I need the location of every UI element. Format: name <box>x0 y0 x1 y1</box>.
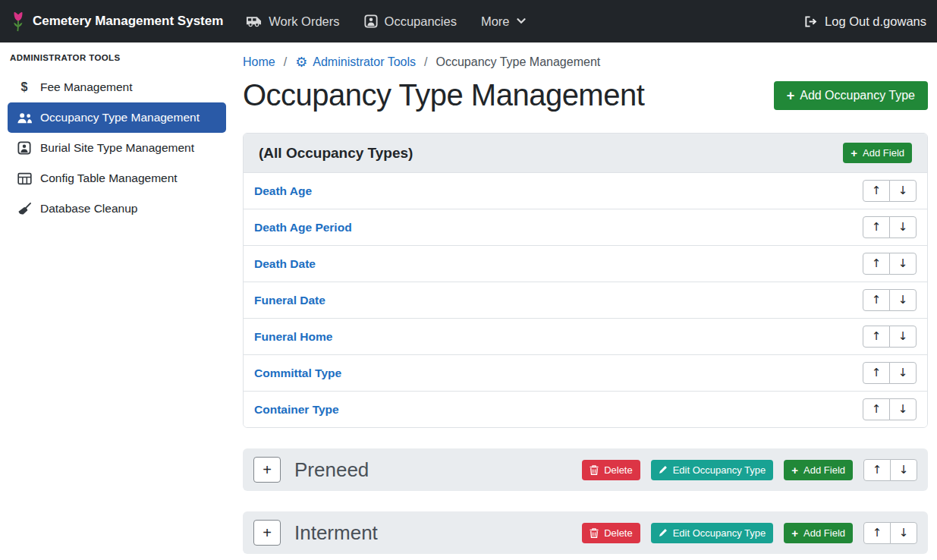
field-link[interactable]: Funeral Home <box>254 330 332 344</box>
field-link[interactable]: Funeral Date <box>254 294 325 307</box>
logout-icon <box>803 15 818 28</box>
add-field-label: Add Field <box>803 527 845 539</box>
sidebar-item-occupancy-type-management[interactable]: Occupancy Type Management <box>8 102 226 133</box>
delete-label: Delete <box>604 527 633 539</box>
dollar-icon: $ <box>16 80 33 94</box>
field-row: Death Date ↑ ↓ <box>244 245 927 282</box>
expand-section-button[interactable]: + <box>253 457 281 483</box>
add-field-button[interactable]: + Add Field <box>784 523 853 543</box>
broom-icon <box>16 202 33 216</box>
page-title: Occupancy Type Management <box>243 78 644 112</box>
delete-button[interactable]: Delete <box>582 523 640 543</box>
move-down-button[interactable]: ↓ <box>889 289 917 311</box>
move-up-button[interactable]: ↑ <box>863 459 891 481</box>
sidebar-item-label: Database Cleanup <box>40 202 137 216</box>
reorder-controls: ↑ ↓ <box>863 522 917 544</box>
field-link[interactable]: Death Date <box>254 257 316 271</box>
section-title: Preneed <box>294 458 369 482</box>
field-row: Committal Type ↑ ↓ <box>244 354 927 391</box>
move-up-button[interactable]: ↑ <box>863 326 890 348</box>
sidebar-item-database-cleanup[interactable]: Database Cleanup <box>8 193 226 224</box>
app-brand[interactable]: Cemetery Management System <box>11 11 223 32</box>
move-down-button[interactable]: ↓ <box>890 522 917 544</box>
logout-button[interactable]: Log Out d.gowans <box>803 14 926 29</box>
sidebar-heading: Administrator Tools <box>0 52 234 72</box>
add-field-button[interactable]: + Add Field <box>843 143 912 163</box>
breadcrumb-admin-tools-link[interactable]: ⚙ Administrator Tools <box>295 55 416 69</box>
field-row: Death Age Period ↑ ↓ <box>244 209 927 245</box>
pencil-icon <box>659 528 668 537</box>
flower-icon <box>11 11 26 32</box>
move-down-button[interactable]: ↓ <box>889 216 917 238</box>
breadcrumb-current: Occupancy Type Management <box>436 55 601 69</box>
nav-occupancies[interactable]: Occupancies <box>364 14 457 29</box>
breadcrumb-home-link[interactable]: Home <box>243 55 275 69</box>
breadcrumb-separator: / <box>424 55 427 69</box>
main-content: Home / ⚙ Administrator Tools / Occupancy… <box>234 42 937 560</box>
field-link[interactable]: Container Type <box>254 403 339 417</box>
move-down-button[interactable]: ↓ <box>889 362 917 384</box>
move-down-button[interactable]: ↓ <box>889 326 917 348</box>
delete-button[interactable]: Delete <box>582 460 640 480</box>
occupant-frame-icon <box>364 14 378 28</box>
add-field-button[interactable]: + Add Field <box>784 460 853 480</box>
pencil-icon <box>659 465 668 474</box>
reorder-controls: ↑ ↓ <box>863 289 917 311</box>
move-down-button[interactable]: ↓ <box>890 459 917 481</box>
title-row: Occupancy Type Management + Add Occupanc… <box>243 78 928 112</box>
field-link[interactable]: Death Age <box>254 184 312 198</box>
occupancy-type-section-header: + Interment Delete <box>243 511 928 554</box>
field-row: Container Type ↑ ↓ <box>244 391 927 427</box>
sidebar-nav: $ Fee Management Occupancy Type Manageme… <box>0 72 234 224</box>
move-up-button[interactable]: ↑ <box>863 253 890 275</box>
sidebar-item-label: Fee Management <box>40 80 133 94</box>
nav-more[interactable]: More <box>481 14 526 29</box>
card-title: (All Occupancy Types) <box>259 145 413 162</box>
sidebar-item-burial-site-type-management[interactable]: Burial Site Type Management <box>8 133 226 163</box>
add-occupancy-type-button[interactable]: + Add Occupancy Type <box>774 81 928 110</box>
breadcrumb: Home / ⚙ Administrator Tools / Occupancy… <box>243 55 928 69</box>
logout-label: Log Out d.gowans <box>825 14 926 29</box>
field-link[interactable]: Committal Type <box>254 367 341 380</box>
nav-work-orders[interactable]: Work Orders <box>246 14 339 29</box>
move-up-button[interactable]: ↑ <box>863 180 890 202</box>
plus-icon: + <box>851 147 857 159</box>
field-row: Funeral Date ↑ ↓ <box>244 282 927 318</box>
reorder-controls: ↑ ↓ <box>863 216 917 238</box>
section-actions: Delete Edit Occupancy Type + Add Field ↑ <box>582 459 917 481</box>
reorder-controls: ↑ ↓ <box>863 398 917 420</box>
sidebar-item-label: Config Table Management <box>40 171 178 185</box>
all-occupancy-types-card: (All Occupancy Types) + Add Field Death … <box>243 133 928 428</box>
sidebar-item-fee-management[interactable]: $ Fee Management <box>8 72 226 102</box>
edit-label: Edit Occupancy Type <box>673 464 766 476</box>
sidebar-item-label: Burial Site Type Management <box>40 141 194 155</box>
move-down-button[interactable]: ↓ <box>889 398 917 420</box>
field-link[interactable]: Death Age Period <box>254 221 352 234</box>
move-up-button[interactable]: ↑ <box>863 362 890 384</box>
move-down-button[interactable]: ↓ <box>889 180 917 202</box>
table-icon <box>16 172 33 185</box>
edit-occupancy-type-button[interactable]: Edit Occupancy Type <box>651 523 774 543</box>
navbar-links: Work Orders Occupancies More <box>246 14 525 29</box>
move-down-button[interactable]: ↓ <box>889 253 917 275</box>
edit-occupancy-type-button[interactable]: Edit Occupancy Type <box>651 460 774 480</box>
expand-section-button[interactable]: + <box>253 520 281 546</box>
nav-more-label: More <box>481 14 510 29</box>
reorder-controls: ↑ ↓ <box>863 326 917 348</box>
move-up-button[interactable]: ↑ <box>863 216 890 238</box>
move-up-button[interactable]: ↑ <box>863 398 890 420</box>
chevron-down-icon <box>517 18 526 24</box>
plus-icon: + <box>791 464 798 476</box>
reorder-controls: ↑ ↓ <box>863 253 917 275</box>
all-occupancy-types-header: (All Occupancy Types) + Add Field <box>244 134 927 173</box>
section-title: Interment <box>294 521 378 545</box>
sidebar: Administrator Tools $ Fee Management Occ… <box>0 42 234 560</box>
add-field-label: Add Field <box>803 464 845 476</box>
move-up-button[interactable]: ↑ <box>863 289 890 311</box>
reorder-controls: ↑ ↓ <box>863 459 917 481</box>
plus-icon: + <box>787 89 795 102</box>
move-up-button[interactable]: ↑ <box>863 522 891 544</box>
occupancy-type-section-header: + Preneed Delete <box>243 448 928 491</box>
sidebar-item-config-table-management[interactable]: Config Table Management <box>8 163 226 193</box>
plus-icon: + <box>791 527 798 539</box>
